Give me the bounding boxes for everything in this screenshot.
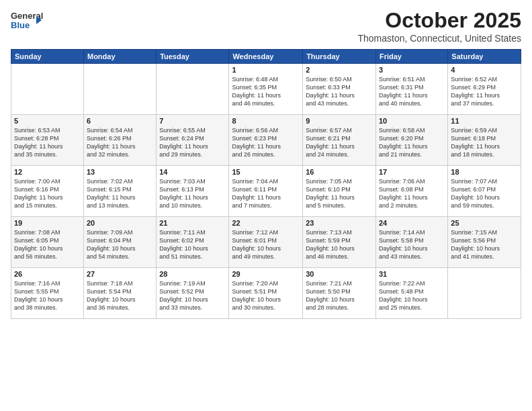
calendar-cell: 4Sunrise: 6:52 AM Sunset: 6:29 PM Daylig…: [448, 64, 521, 115]
cell-content: Sunrise: 7:12 AM Sunset: 6:01 PM Dayligh…: [232, 228, 300, 261]
day-number: 23: [306, 219, 373, 227]
cell-content: Sunrise: 7:02 AM Sunset: 6:15 PM Dayligh…: [87, 177, 153, 210]
day-number: 9: [306, 117, 373, 125]
cell-content: Sunrise: 7:07 AM Sunset: 6:07 PM Dayligh…: [451, 177, 518, 210]
cell-content: Sunrise: 6:48 AM Sunset: 6:35 PM Dayligh…: [232, 75, 300, 108]
col-sunday: Sunday: [11, 50, 84, 64]
cell-content: Sunrise: 6:51 AM Sunset: 6:31 PM Dayligh…: [379, 75, 445, 108]
day-number: 13: [87, 168, 153, 176]
cell-content: Sunrise: 7:14 AM Sunset: 5:58 PM Dayligh…: [379, 228, 445, 261]
calendar-cell: 21Sunrise: 7:11 AM Sunset: 6:02 PM Dayli…: [157, 217, 229, 268]
svg-text:Blue: Blue: [11, 20, 30, 30]
cell-content: Sunrise: 7:18 AM Sunset: 5:54 PM Dayligh…: [87, 279, 153, 312]
day-number: 30: [306, 270, 373, 278]
day-number: 24: [379, 219, 445, 227]
day-number: 1: [232, 66, 300, 74]
calendar-cell: 15Sunrise: 7:04 AM Sunset: 6:11 PM Dayli…: [229, 166, 303, 217]
day-number: 18: [451, 168, 518, 176]
day-number: 15: [232, 168, 300, 176]
calendar-cell: 16Sunrise: 7:05 AM Sunset: 6:10 PM Dayli…: [303, 166, 376, 217]
day-number: 7: [159, 117, 226, 125]
cell-content: Sunrise: 7:03 AM Sunset: 6:13 PM Dayligh…: [159, 177, 226, 210]
day-number: 20: [87, 219, 153, 227]
day-number: 22: [232, 219, 300, 227]
cell-content: Sunrise: 7:11 AM Sunset: 6:02 PM Dayligh…: [159, 228, 226, 261]
cell-content: Sunrise: 6:56 AM Sunset: 6:23 PM Dayligh…: [232, 126, 300, 159]
cell-content: Sunrise: 6:50 AM Sunset: 6:33 PM Dayligh…: [306, 75, 373, 108]
calendar-cell: 25Sunrise: 7:15 AM Sunset: 5:56 PM Dayli…: [448, 217, 521, 268]
calendar-cell: 8Sunrise: 6:56 AM Sunset: 6:23 PM Daylig…: [229, 115, 303, 166]
calendar-cell: [11, 64, 84, 115]
cell-content: Sunrise: 6:55 AM Sunset: 6:24 PM Dayligh…: [159, 126, 226, 159]
calendar-cell: 3Sunrise: 6:51 AM Sunset: 6:31 PM Daylig…: [375, 64, 447, 115]
day-number: 25: [451, 219, 518, 227]
day-number: 10: [379, 117, 445, 125]
logo-icon: General Blue: [11, 8, 43, 36]
col-tuesday: Tuesday: [157, 50, 229, 64]
cell-content: Sunrise: 7:08 AM Sunset: 6:05 PM Dayligh…: [14, 228, 81, 261]
cell-content: Sunrise: 7:04 AM Sunset: 6:11 PM Dayligh…: [232, 177, 300, 210]
day-number: 19: [14, 219, 81, 227]
calendar-week-5: 26Sunrise: 7:16 AM Sunset: 5:55 PM Dayli…: [11, 268, 521, 319]
calendar-cell: [83, 64, 156, 115]
day-number: 31: [379, 270, 445, 278]
calendar-cell: 30Sunrise: 7:21 AM Sunset: 5:50 PM Dayli…: [303, 268, 376, 319]
col-wednesday: Wednesday: [229, 50, 303, 64]
calendar-cell: 11Sunrise: 6:59 AM Sunset: 6:18 PM Dayli…: [448, 115, 521, 166]
day-number: 17: [379, 168, 445, 176]
cell-content: Sunrise: 6:52 AM Sunset: 6:29 PM Dayligh…: [451, 75, 518, 108]
day-number: 21: [159, 219, 226, 227]
month-title: October 2025: [357, 8, 521, 33]
cell-content: Sunrise: 7:15 AM Sunset: 5:56 PM Dayligh…: [451, 228, 518, 261]
day-number: 16: [306, 168, 373, 176]
calendar-cell: 14Sunrise: 7:03 AM Sunset: 6:13 PM Dayli…: [157, 166, 229, 217]
page: General Blue October 2025 Thomaston, Con…: [0, 0, 532, 411]
calendar-cell: 23Sunrise: 7:13 AM Sunset: 5:59 PM Dayli…: [303, 217, 376, 268]
header: General Blue October 2025 Thomaston, Con…: [11, 8, 521, 44]
logo: General Blue: [11, 8, 43, 39]
col-monday: Monday: [83, 50, 156, 64]
calendar-table: Sunday Monday Tuesday Wednesday Thursday…: [11, 49, 521, 319]
calendar-cell: 19Sunrise: 7:08 AM Sunset: 6:05 PM Dayli…: [11, 217, 84, 268]
logo-container: General Blue: [11, 8, 43, 39]
calendar-cell: 29Sunrise: 7:20 AM Sunset: 5:51 PM Dayli…: [229, 268, 303, 319]
calendar-cell: 18Sunrise: 7:07 AM Sunset: 6:07 PM Dayli…: [448, 166, 521, 217]
cell-content: Sunrise: 7:21 AM Sunset: 5:50 PM Dayligh…: [306, 279, 373, 312]
title-block: October 2025 Thomaston, Connecticut, Uni…: [357, 8, 521, 44]
calendar-cell: [157, 64, 229, 115]
calendar-cell: 31Sunrise: 7:22 AM Sunset: 5:48 PM Dayli…: [375, 268, 447, 319]
cell-content: Sunrise: 6:58 AM Sunset: 6:20 PM Dayligh…: [379, 126, 445, 159]
calendar-week-1: 1Sunrise: 6:48 AM Sunset: 6:35 PM Daylig…: [11, 64, 521, 115]
calendar-cell: 5Sunrise: 6:53 AM Sunset: 6:28 PM Daylig…: [11, 115, 84, 166]
calendar-header-row: Sunday Monday Tuesday Wednesday Thursday…: [11, 50, 521, 64]
calendar-cell: 2Sunrise: 6:50 AM Sunset: 6:33 PM Daylig…: [303, 64, 376, 115]
day-number: 5: [14, 117, 81, 125]
calendar-week-2: 5Sunrise: 6:53 AM Sunset: 6:28 PM Daylig…: [11, 115, 521, 166]
cell-content: Sunrise: 6:54 AM Sunset: 6:26 PM Dayligh…: [87, 126, 153, 159]
day-number: 2: [306, 66, 373, 74]
calendar-week-4: 19Sunrise: 7:08 AM Sunset: 6:05 PM Dayli…: [11, 217, 521, 268]
calendar-cell: 26Sunrise: 7:16 AM Sunset: 5:55 PM Dayli…: [11, 268, 84, 319]
cell-content: Sunrise: 7:16 AM Sunset: 5:55 PM Dayligh…: [14, 279, 81, 312]
cell-content: Sunrise: 6:57 AM Sunset: 6:21 PM Dayligh…: [306, 126, 373, 159]
calendar-cell: 12Sunrise: 7:00 AM Sunset: 6:16 PM Dayli…: [11, 166, 84, 217]
calendar-cell: 27Sunrise: 7:18 AM Sunset: 5:54 PM Dayli…: [83, 268, 156, 319]
col-saturday: Saturday: [448, 50, 521, 64]
calendar-cell: 24Sunrise: 7:14 AM Sunset: 5:58 PM Dayli…: [375, 217, 447, 268]
cell-content: Sunrise: 7:00 AM Sunset: 6:16 PM Dayligh…: [14, 177, 81, 210]
day-number: 6: [87, 117, 153, 125]
day-number: 28: [159, 270, 226, 278]
day-number: 8: [232, 117, 300, 125]
col-friday: Friday: [375, 50, 447, 64]
calendar-cell: 1Sunrise: 6:48 AM Sunset: 6:35 PM Daylig…: [229, 64, 303, 115]
calendar-cell: 22Sunrise: 7:12 AM Sunset: 6:01 PM Dayli…: [229, 217, 303, 268]
cell-content: Sunrise: 7:06 AM Sunset: 6:08 PM Dayligh…: [379, 177, 445, 210]
calendar-cell: 28Sunrise: 7:19 AM Sunset: 5:52 PM Dayli…: [157, 268, 229, 319]
cell-content: Sunrise: 6:59 AM Sunset: 6:18 PM Dayligh…: [451, 126, 518, 159]
day-number: 12: [14, 168, 81, 176]
day-number: 4: [451, 66, 518, 74]
day-number: 3: [379, 66, 445, 74]
cell-content: Sunrise: 7:19 AM Sunset: 5:52 PM Dayligh…: [159, 279, 226, 312]
cell-content: Sunrise: 7:22 AM Sunset: 5:48 PM Dayligh…: [379, 279, 445, 312]
calendar-cell: 13Sunrise: 7:02 AM Sunset: 6:15 PM Dayli…: [83, 166, 156, 217]
